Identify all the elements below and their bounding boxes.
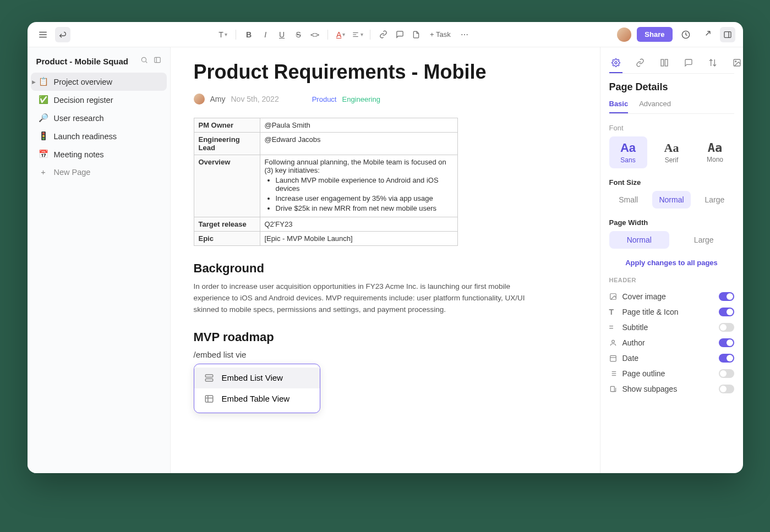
undo-button[interactable] [55,27,70,42]
comment-button[interactable] [392,28,407,42]
link-button[interactable] [376,28,390,42]
toggle-label: Page outline [622,369,665,378]
underline-button[interactable]: U [275,28,289,42]
svg-rect-14 [205,379,213,381]
share-button[interactable]: Share [637,27,672,42]
overview-bullet: Launch MVP mobile experience to Android … [276,176,453,193]
sidebar-item-user-research[interactable]: 🔎 User research [31,109,167,127]
overview-intro: Following annual planning, the Mobile te… [265,158,453,174]
download-icon[interactable] [699,27,714,42]
toggle-switch[interactable] [719,385,734,393]
code-button[interactable]: <> [308,28,322,42]
page-icon: 🔎 [39,113,48,123]
font-name: Mono [698,156,732,163]
table-row: Engineering Lead @Edward Jacobs [194,133,457,155]
background-heading: Background [194,261,577,276]
panel-tab-settings[interactable] [609,55,622,73]
page-details-panel: Page Details Basic Advanced Font AaSans … [600,47,743,473]
svg-point-24 [611,340,614,343]
text-color-dropdown[interactable]: A▾ [334,28,348,42]
cell-value[interactable]: @Edward Jacobs [260,133,457,155]
text-style-dropdown[interactable]: T▾ [216,28,230,42]
width-large[interactable]: Large [674,231,734,249]
sidebar-item-launch-readiness[interactable]: 🚦 Launch readiness [31,127,167,145]
list-icon [204,373,214,383]
gear-icon [611,58,620,67]
size-large[interactable]: Large [695,191,734,209]
table-row: Overview Following annual planning, the … [194,155,457,217]
toggle-page-title: TPage title & Icon [609,304,734,320]
sidebar-item-project-overview[interactable]: ▶ 📋 Project overview [31,73,167,91]
calendar-icon [609,354,617,362]
svg-rect-15 [205,396,213,402]
panel-toggle-icon[interactable] [720,27,735,42]
tag-engineering[interactable]: Engineering [342,95,380,103]
cell-value[interactable]: @Paula Smith [260,118,457,133]
font-option-mono[interactable]: AaMono [696,136,734,168]
menu-icon[interactable] [35,27,51,42]
width-normal[interactable]: Normal [609,231,670,249]
toggle-date: Date [609,350,734,366]
panel-tab-image[interactable] [730,55,743,73]
image-icon [609,293,617,300]
subtab-advanced[interactable]: Advanced [639,100,671,113]
background-text[interactable]: In order to increase user acquisition op… [194,281,535,316]
roadmap-heading: MVP roadmap [194,330,577,344]
font-label: Font [609,124,734,132]
toggle-author: Author [609,335,734,350]
italic-button[interactable]: I [258,28,272,42]
document-button[interactable] [409,28,423,42]
font-option-serif[interactable]: AaSerif [653,136,691,168]
sidebar-item-decision-register[interactable]: ✅ Decision register [31,91,167,109]
page-width-label: Page Width [609,218,734,227]
person-icon [609,339,617,347]
panel-tab-layout[interactable] [658,55,671,73]
top-toolbar: T▾ B I U S <> A▾ ▾ + Task ⋯ [28,22,743,47]
new-page-button[interactable]: + New Page [31,163,167,181]
font-name: Serif [655,156,689,164]
more-button[interactable]: ⋯ [457,28,472,42]
size-normal[interactable]: Normal [652,191,691,209]
user-avatar[interactable] [617,28,631,42]
bold-button[interactable]: B [242,28,256,42]
panel-tab-link[interactable] [634,55,647,73]
format-toolbar: T▾ B I U S <> A▾ ▾ + Task ⋯ [70,28,618,42]
svg-rect-30 [610,386,614,391]
panel-tab-sort[interactable] [706,55,719,73]
toggle-switch[interactable] [719,323,734,332]
sidebar-item-label: Project overview [54,78,112,86]
sidebar-collapse-icon[interactable] [154,56,161,66]
toggle-switch[interactable] [719,292,734,301]
page-title[interactable]: Product Requirements - Mobile [194,61,577,84]
search-icon[interactable] [140,56,148,66]
cell-value[interactable]: Q2'FY23 [260,217,457,232]
embed-table-view-option[interactable]: Embed Table View [194,388,320,409]
toggle-switch[interactable] [719,308,734,316]
strikethrough-button[interactable]: S [291,28,305,42]
subtab-basic[interactable]: Basic [609,100,629,113]
toggle-switch[interactable] [719,338,734,347]
toggle-switch[interactable] [719,369,734,378]
cell-value[interactable]: Following annual planning, the Mobile te… [260,155,457,217]
font-option-sans[interactable]: AaSans [609,136,647,168]
history-icon[interactable] [678,27,693,42]
align-dropdown[interactable]: ▾ [350,28,364,42]
add-task-button[interactable]: + Task [425,28,455,41]
apply-all-link[interactable]: Apply changes to all pages [609,259,734,267]
tag-product[interactable]: Product [312,95,337,103]
overview-bullet: Drive $25k in new MRR from net new mobil… [276,204,453,212]
requirements-table: PM Owner @Paula Smith Engineering Lead @… [194,118,458,246]
toggle-label: Page title & Icon [622,308,679,316]
toggle-subpages: Show subpages [609,381,734,397]
panel-tab-strip [609,55,734,74]
toggle-outline: Page outline [609,366,734,381]
page-icon: 📋 [39,77,48,86]
cell-value[interactable]: [Epic - MVP Mobile Launch] [260,232,457,246]
size-small[interactable]: Small [609,191,648,209]
panel-tab-comments[interactable] [682,55,695,73]
sidebar-item-meeting-notes[interactable]: 📅 Meeting notes [31,145,167,163]
slash-command-text[interactable]: /embed list vie [194,350,577,359]
author-name: Amy [210,95,226,103]
toggle-switch[interactable] [719,354,734,363]
embed-list-view-option[interactable]: Embed List View [194,368,320,388]
